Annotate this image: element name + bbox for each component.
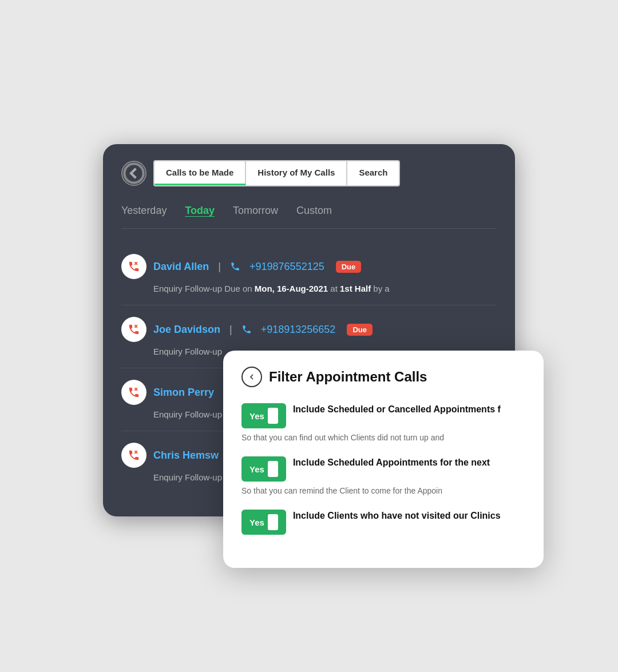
filter-option-label-1: Include Scheduled or Cancelled Appointme…: [293, 403, 501, 416]
call-detail: Enquiry Follow-up Due on Mon, 16-Aug-202…: [121, 284, 497, 293]
yes-button-3[interactable]: Yes: [241, 510, 286, 535]
filter-option-3: Yes Include Clients who have not visited…: [241, 510, 525, 535]
filter-option-desc-1: So that you can find out which Clients d…: [241, 432, 525, 444]
tab-calls-to-be-made[interactable]: Calls to be Made: [154, 161, 246, 186]
header-row: Calls to be Made History of My Calls Sea…: [121, 160, 497, 187]
due-badge: Due: [347, 324, 373, 336]
call-phone: +918913256652: [261, 324, 336, 336]
phone-icon: [241, 324, 252, 335]
filter-back-button[interactable]: [241, 367, 262, 387]
tab-search[interactable]: Search: [347, 161, 399, 186]
filter-tomorrow[interactable]: Tomorrow: [233, 205, 278, 217]
call-name: Joe Davidson: [153, 324, 220, 336]
date-filter-row: Yesterday Today Tomorrow Custom: [121, 205, 497, 229]
call-name: Chris Hemsw: [153, 450, 219, 462]
call-item: David Allen | +919876552125 Due Enquiry …: [121, 242, 497, 305]
phone-icon: [230, 261, 240, 272]
filter-option-1: Yes Include Scheduled or Cancelled Appoi…: [241, 403, 525, 444]
call-phone: +919876552125: [249, 261, 324, 273]
due-badge: Due: [336, 261, 362, 273]
filter-option-label-3: Include Clients who have not visited our…: [293, 510, 501, 522]
call-icon-circle: [121, 317, 146, 342]
call-icon-circle: [121, 254, 146, 279]
call-icon-circle: [121, 443, 146, 468]
call-icon-circle: [121, 380, 146, 405]
tabs-container: Calls to be Made History of My Calls Sea…: [153, 160, 400, 187]
call-name: David Allen: [153, 261, 209, 273]
filter-option-label-2: Include Scheduled Appointments for the n…: [293, 456, 490, 469]
filter-yesterday[interactable]: Yesterday: [121, 205, 167, 217]
back-button[interactable]: [121, 161, 146, 186]
filter-modal-title: Filter Appointment Calls: [269, 369, 427, 385]
svg-point-0: [124, 164, 143, 182]
filter-modal: Filter Appointment Calls Yes Include Sch…: [223, 351, 544, 568]
call-name: Simon Perry: [153, 387, 214, 399]
filter-custom[interactable]: Custom: [296, 205, 332, 217]
tab-history-of-my-calls[interactable]: History of My Calls: [246, 161, 347, 186]
filter-option-desc-2: So that you can remind the Client to com…: [241, 485, 525, 497]
yes-button-1[interactable]: Yes: [241, 403, 286, 428]
yes-button-2[interactable]: Yes: [241, 456, 286, 482]
filter-today[interactable]: Today: [185, 205, 215, 217]
filter-modal-header: Filter Appointment Calls: [241, 367, 525, 387]
filter-option-2: Yes Include Scheduled Appointments for t…: [241, 456, 525, 497]
